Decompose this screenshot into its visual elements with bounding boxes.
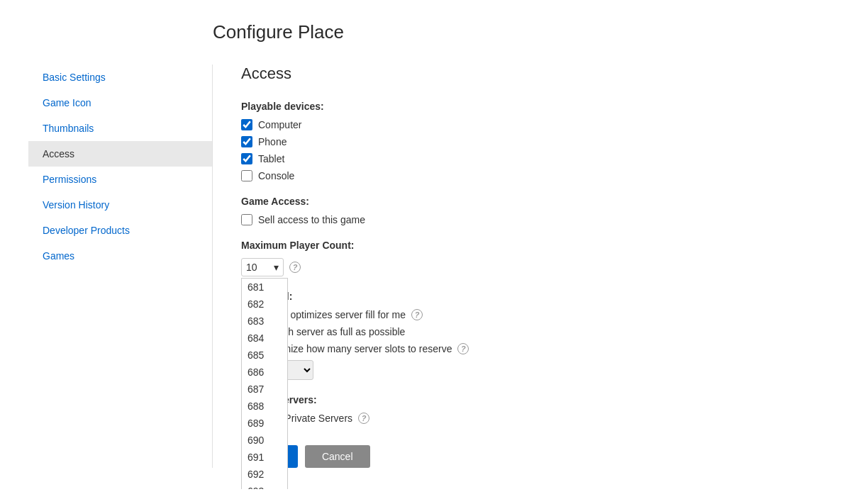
- dropdown-item-690[interactable]: 690: [242, 432, 287, 449]
- dropdown-item-689[interactable]: 689: [242, 415, 287, 432]
- server-fill-label: Server Fill:: [241, 291, 794, 302]
- dropdown-item-682[interactable]: 682: [242, 296, 287, 313]
- checkbox-console-row: Console: [241, 170, 794, 181]
- dropdown-item-691[interactable]: 691: [242, 449, 287, 466]
- max-player-count-row: 10 ▾ 681 682 683 684 685 686 687 688: [241, 258, 794, 276]
- sidebar-item-games[interactable]: Games: [28, 243, 212, 269]
- playable-devices-group: Playable devices: Computer Phone Tablet …: [241, 101, 794, 181]
- page-title: Configure Place: [213, 21, 823, 43]
- roblox-optimizes-help-icon[interactable]: ?: [411, 309, 423, 320]
- dropdown-item-688[interactable]: 688: [242, 398, 287, 415]
- sidebar-item-developer-products[interactable]: Developer Products: [28, 218, 212, 243]
- main-content: Access Playable devices: Computer Phone …: [213, 65, 823, 468]
- sell-access-checkbox[interactable]: [241, 214, 252, 225]
- radio-roblox-optimizes-row: Roblox optimizes server fill for me ?: [241, 309, 794, 320]
- sidebar-item-version-history[interactable]: Version History: [28, 192, 212, 218]
- dropdown-item-687[interactable]: 687: [242, 381, 287, 398]
- private-servers-group: Private Servers: Allow Private Servers ?: [241, 394, 794, 424]
- console-label: Console: [258, 170, 294, 181]
- sell-access-label: Sell access to this game: [258, 214, 365, 225]
- chevron-down-icon: ▾: [274, 262, 279, 273]
- tablet-checkbox[interactable]: [241, 153, 252, 164]
- dropdown-item-692[interactable]: 692: [242, 466, 287, 483]
- dropdown-item-684[interactable]: 684: [242, 330, 287, 347]
- computer-checkbox[interactable]: [241, 119, 252, 130]
- player-count-dropdown-list: 681 682 683 684 685 686 687 688 689 690 …: [241, 278, 288, 489]
- checkbox-tablet-row: Tablet: [241, 153, 794, 164]
- computer-label: Computer: [258, 119, 301, 130]
- radio-customize-row: Customize how many server slots to reser…: [241, 343, 794, 354]
- allow-private-servers-row: Allow Private Servers ?: [241, 413, 794, 424]
- player-count-trigger[interactable]: 10 ▾: [241, 258, 284, 276]
- access-section-title: Access: [241, 65, 794, 83]
- phone-checkbox[interactable]: [241, 136, 252, 147]
- max-player-count-group: Maximum Player Count: 10 ▾ 681 682 683 6…: [241, 240, 794, 276]
- dropdown-item-683[interactable]: 683: [242, 313, 287, 330]
- game-access-group: Game Access: Sell access to this game: [241, 196, 794, 225]
- server-fill-group: Server Fill: Roblox optimizes server fil…: [241, 291, 794, 380]
- private-servers-label: Private Servers:: [241, 394, 794, 405]
- checkbox-computer-row: Computer: [241, 119, 794, 130]
- tablet-label: Tablet: [258, 153, 284, 164]
- private-servers-help-icon[interactable]: ?: [358, 413, 369, 424]
- sidebar-item-permissions[interactable]: Permissions: [28, 167, 212, 192]
- playable-devices-label: Playable devices:: [241, 101, 794, 112]
- sell-access-row: Sell access to this game: [241, 214, 794, 225]
- sidebar-item-access[interactable]: Access: [28, 141, 212, 167]
- checkbox-phone-row: Phone: [241, 136, 794, 147]
- max-player-count-label: Maximum Player Count:: [241, 240, 794, 251]
- customize-help-icon[interactable]: ?: [457, 343, 469, 354]
- player-count-dropdown-container: 10 ▾ 681 682 683 684 685 686 687 688: [241, 258, 284, 276]
- dropdown-item-693[interactable]: 693: [242, 483, 287, 489]
- console-checkbox[interactable]: [241, 170, 252, 181]
- server-fill-customize-dropdown-row: None: [257, 360, 794, 380]
- sidebar: Basic Settings Game Icon Thumbnails Acce…: [28, 65, 213, 468]
- game-access-label: Game Access:: [241, 196, 794, 207]
- cancel-button[interactable]: Cancel: [305, 445, 370, 468]
- sidebar-item-game-icon[interactable]: Game Icon: [28, 90, 212, 116]
- radio-fill-full-row: Fill each server as full as possible: [241, 326, 794, 337]
- dropdown-item-685[interactable]: 685: [242, 347, 287, 364]
- button-row: Save Cancel: [241, 445, 794, 468]
- dropdown-item-681[interactable]: 681: [242, 279, 287, 296]
- max-player-count-help-icon[interactable]: ?: [289, 262, 301, 273]
- player-count-value: 10: [246, 262, 257, 273]
- phone-label: Phone: [258, 136, 287, 147]
- dropdown-item-686[interactable]: 686: [242, 364, 287, 381]
- sidebar-item-thumbnails[interactable]: Thumbnails: [28, 116, 212, 141]
- sidebar-item-basic-settings[interactable]: Basic Settings: [28, 65, 212, 90]
